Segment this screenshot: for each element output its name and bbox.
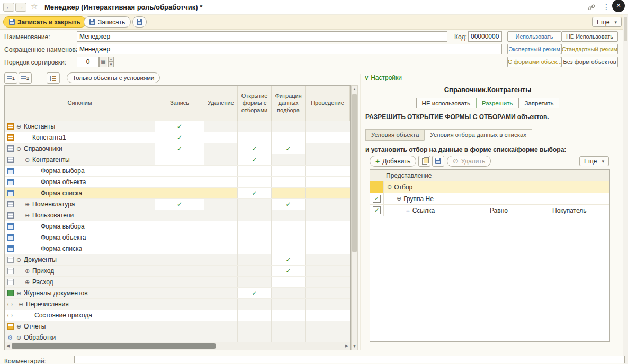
sort-level-2-button[interactable]: 2 [19, 72, 32, 84]
filter-row-selector[interactable]: ✓ [370, 205, 384, 216]
use-button[interactable]: Использовать [507, 31, 561, 42]
column-header-delete[interactable]: Удаление [204, 86, 238, 121]
permission-cell[interactable] [306, 277, 350, 287]
grid-row-label[interactable]: ⊖Пользователи [5, 210, 155, 221]
save-and-close-button[interactable]: Записать и закрыть [3, 16, 86, 28]
save-button[interactable]: Записать [84, 16, 131, 28]
grid-row[interactable]: ⊕Отчеты [5, 321, 350, 332]
permission-cell[interactable] [306, 177, 350, 187]
grid-row-label[interactable]: ⊕Расход [5, 277, 155, 287]
permission-cell[interactable] [204, 166, 238, 176]
scroll-down-icon[interactable]: ▼ [352, 343, 357, 350]
sort-order-picker-icon[interactable]: ▦ [99, 57, 107, 67]
permission-cell[interactable] [306, 154, 350, 165]
permission-cell[interactable] [204, 254, 238, 265]
grid-row[interactable]: ⊕Расход [5, 277, 350, 288]
permission-cell[interactable] [204, 266, 238, 276]
permission-cell[interactable] [306, 199, 350, 210]
without-forms-button[interactable]: Без форм объектов [561, 57, 618, 67]
grid-row[interactable]: ⊖Перечисления [5, 299, 350, 310]
permission-cell[interactable] [272, 188, 306, 198]
tree-expander-icon[interactable]: ⊖ [16, 145, 24, 152]
permission-cell[interactable] [272, 166, 306, 176]
grid-row-label[interactable]: ⊕Приход [5, 266, 155, 276]
permission-cell[interactable] [238, 132, 272, 143]
tree-expander-icon[interactable]: ⊖ [16, 257, 24, 263]
sort-order-input[interactable] [77, 57, 99, 67]
permission-cell[interactable]: ✓ [272, 266, 306, 276]
filter-row[interactable]: ✓–СсылкаРавноПокупатель [370, 205, 609, 216]
filter-row-selector[interactable]: ✓ [370, 193, 384, 204]
short-name-input[interactable] [77, 44, 502, 54]
grid-row-label[interactable]: ⊕Отчеты [5, 321, 155, 332]
grid-row-label[interactable]: ⊕Обработки [5, 332, 155, 343]
grid-row-label[interactable]: ⊕Журналы документов [5, 288, 155, 298]
filter-row-comparison[interactable] [490, 181, 552, 193]
permission-cell[interactable] [155, 166, 204, 176]
permission-cell[interactable] [306, 221, 350, 232]
filter-row-value[interactable] [552, 181, 609, 193]
permission-cell[interactable] [306, 121, 350, 132]
grid-row-label[interactable]: ⊖Константы [5, 121, 155, 132]
permission-cell[interactable] [155, 243, 204, 254]
permission-cell[interactable] [204, 277, 238, 287]
permission-cell[interactable]: ✓ [155, 143, 204, 154]
only-conditions-button[interactable]: Только объекты с условиями [67, 72, 160, 83]
permission-cell[interactable] [306, 310, 350, 321]
save-copy-button[interactable] [132, 16, 147, 28]
permission-cell[interactable] [155, 277, 204, 287]
tree-expander-icon[interactable]: ⊖ [19, 301, 26, 308]
permission-cell[interactable] [238, 332, 272, 343]
permission-cell[interactable]: ✓ [238, 188, 272, 198]
grid-row[interactable]: ⊕Журналы документов✓ [5, 288, 350, 299]
mode-deny-button[interactable]: Запретить [518, 98, 559, 108]
horizontal-scrollbar[interactable]: ◀ ▶ [5, 342, 350, 350]
permission-cell[interactable] [272, 121, 306, 132]
permission-cell[interactable] [204, 199, 238, 210]
tree-expander-icon[interactable]: ⊕ [25, 201, 32, 208]
permission-cell[interactable] [272, 332, 306, 343]
add-button[interactable]: + Добавить [370, 156, 416, 167]
scroll-left-icon[interactable]: ◀ [5, 344, 12, 348]
permission-cell[interactable] [204, 332, 238, 343]
filter-row-label[interactable]: –Ссылка [384, 205, 490, 216]
permission-cell[interactable]: ✓ [272, 143, 306, 154]
filter-table-header[interactable]: Представление [370, 170, 609, 181]
grid-row-label[interactable]: ⊖Перечисления [5, 299, 155, 310]
permission-cell[interactable] [306, 243, 350, 254]
permission-cell[interactable] [155, 332, 204, 343]
permission-cell[interactable] [238, 254, 272, 265]
filter-row-value[interactable]: Покупатель [552, 205, 609, 216]
permission-cell[interactable]: ✓ [155, 121, 204, 132]
permission-cell[interactable] [155, 288, 204, 298]
grid-row-label[interactable]: Форма объекта [5, 177, 155, 187]
permission-cell[interactable] [306, 143, 350, 154]
permission-cell[interactable] [306, 332, 350, 343]
name-input[interactable] [77, 31, 447, 42]
grid-row[interactable]: Константа1✓ [5, 132, 350, 143]
grid-row[interactable]: Форма списка [5, 243, 350, 254]
spin-down-icon[interactable]: ▼ [108, 62, 114, 67]
grid-row[interactable]: Форма выбора [5, 221, 350, 232]
grid-row-label[interactable]: ⊕Номенклатура [5, 199, 155, 210]
permission-cell[interactable] [272, 288, 306, 298]
permission-cell[interactable] [306, 288, 350, 298]
window-scrollbar[interactable] [623, 15, 628, 364]
permission-cell[interactable] [204, 121, 238, 132]
permission-cell[interactable] [306, 321, 350, 332]
grid-row[interactable]: ⊖Документы✓ [5, 254, 350, 266]
forward-icon[interactable]: → [15, 3, 26, 12]
with-forms-button[interactable]: С формами объек... [507, 57, 561, 67]
grid-row[interactable]: Форма списка✓ [5, 188, 350, 199]
permission-cell[interactable] [272, 132, 306, 143]
permission-cell[interactable]: ✓ [272, 199, 306, 210]
permission-cell[interactable] [155, 177, 204, 187]
column-header-write[interactable]: Запись [155, 86, 204, 121]
spin-up-icon[interactable]: ▲ [108, 57, 114, 62]
permission-cell[interactable] [204, 299, 238, 310]
expert-mode-button[interactable]: Экспертный режим [507, 44, 561, 54]
filter-row-value[interactable] [552, 193, 609, 204]
permission-cell[interactable] [204, 243, 238, 254]
filter-more-button[interactable]: Еще [579, 156, 609, 166]
tree-expander-icon[interactable]: ⊕ [16, 334, 24, 341]
